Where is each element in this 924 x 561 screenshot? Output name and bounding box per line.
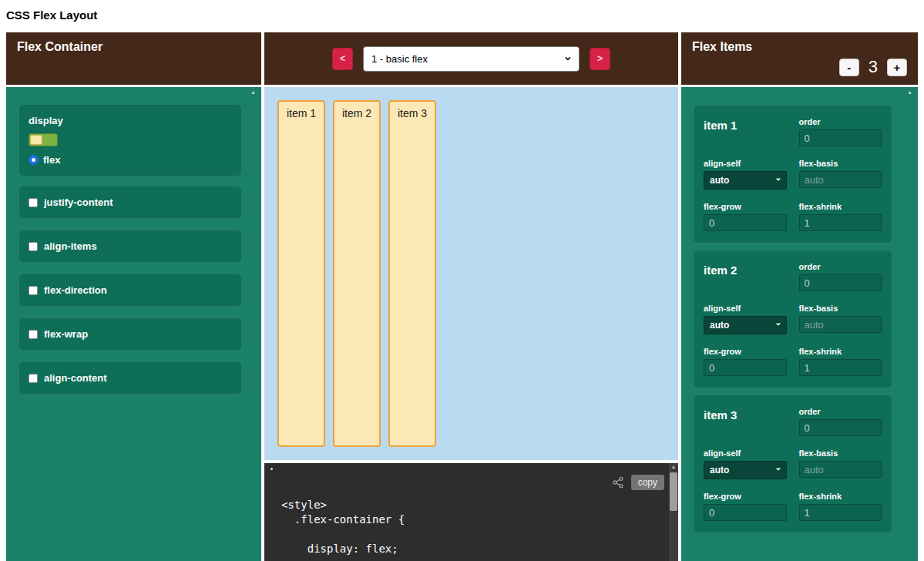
flex-items-panel: Flex Items - 3 + ▲ item 1 order bbox=[681, 32, 918, 561]
code-scrollbar[interactable]: ▲ bbox=[669, 463, 678, 561]
copy-button[interactable]: copy bbox=[631, 475, 664, 490]
align-self-label: align-self bbox=[704, 159, 787, 168]
order-field: order bbox=[799, 117, 882, 146]
display-toggle[interactable] bbox=[29, 133, 58, 146]
flex-shrink-label: flex-shrink bbox=[799, 202, 882, 211]
next-example-button[interactable]: > bbox=[590, 48, 610, 70]
align-self-select-wrap: auto ⌄ bbox=[704, 461, 787, 479]
flex-container-body: ▲ display flex justify-content bbox=[6, 87, 261, 561]
toggle-knob-icon bbox=[30, 135, 42, 145]
columns: Flex Container ▲ display flex justif bbox=[0, 32, 924, 561]
section-label: flex-wrap bbox=[44, 328, 88, 340]
flex-basis-input[interactable] bbox=[799, 171, 882, 188]
align-self-field: align-self auto ⌄ bbox=[704, 448, 787, 479]
flex-shrink-field: flex-shrink bbox=[799, 347, 882, 376]
item-card-3: item 3 order align-self auto ⌄ bbox=[693, 395, 892, 533]
scroll-up-icon[interactable]: ▲ bbox=[669, 464, 678, 469]
section-label: align-content bbox=[44, 372, 107, 384]
section-label: align-items bbox=[44, 240, 97, 252]
scroll-up-icon[interactable]: ▲ bbox=[907, 89, 912, 96]
flex-grow-input[interactable] bbox=[704, 214, 787, 231]
flex-grow-label: flex-grow bbox=[704, 202, 787, 211]
flex-grow-label: flex-grow bbox=[704, 492, 787, 501]
align-self-label: align-self bbox=[704, 304, 787, 313]
order-label: order bbox=[799, 262, 882, 271]
item-card-title: item 1 bbox=[704, 117, 787, 146]
example-chooser-header: < 1 - basic flex ⌄ > bbox=[264, 32, 678, 85]
align-content-checkbox[interactable] bbox=[29, 374, 38, 383]
align-self-select[interactable]: auto bbox=[704, 171, 787, 190]
align-self-field: align-self auto ⌄ bbox=[704, 159, 787, 190]
demo-item-3: item 3 bbox=[388, 100, 436, 447]
section-label: flex-direction bbox=[44, 284, 107, 296]
flex-items-body: ▲ item 1 order align-self auto bbox=[681, 87, 918, 561]
order-label: order bbox=[799, 407, 882, 416]
item-count: 3 bbox=[869, 57, 878, 77]
flex-basis-input[interactable] bbox=[799, 461, 882, 478]
align-self-select[interactable]: auto bbox=[704, 461, 787, 479]
code-line: .flex-container { bbox=[281, 512, 405, 527]
flex-direction-checkbox[interactable] bbox=[29, 286, 38, 295]
flex-basis-label: flex-basis bbox=[799, 304, 882, 313]
demo-item-2: item 2 bbox=[333, 100, 381, 447]
radio-checked-icon bbox=[29, 155, 39, 165]
section-align-items: align-items bbox=[18, 230, 242, 263]
section-justify-content: justify-content bbox=[18, 186, 242, 219]
page-title: CSS Flex Layout bbox=[0, 0, 924, 32]
flex-basis-label: flex-basis bbox=[799, 448, 882, 458]
align-self-select-wrap: auto ⌄ bbox=[704, 171, 787, 190]
radio-label: flex bbox=[43, 154, 60, 166]
align-self-label: align-self bbox=[704, 448, 787, 458]
display-flex-radio[interactable]: flex bbox=[29, 154, 232, 166]
flex-container-panel: Flex Container ▲ display flex justif bbox=[6, 32, 261, 561]
order-input[interactable] bbox=[799, 419, 882, 436]
example-select-wrap: 1 - basic flex ⌄ bbox=[363, 46, 580, 72]
flex-grow-input[interactable] bbox=[704, 359, 787, 376]
preview-panel: < 1 - basic flex ⌄ > item 1 item 2 item … bbox=[264, 32, 678, 561]
flex-container-header: Flex Container bbox=[6, 32, 261, 85]
flex-shrink-input[interactable] bbox=[799, 359, 882, 376]
scrollbar-thumb[interactable] bbox=[670, 472, 677, 511]
flex-demo-container: item 1 item 2 item 3 bbox=[264, 87, 678, 460]
flex-basis-label: flex-basis bbox=[799, 159, 882, 168]
flex-shrink-label: flex-shrink bbox=[799, 347, 882, 356]
add-item-button[interactable]: + bbox=[887, 59, 907, 76]
display-label: display bbox=[29, 115, 232, 126]
code-toolbar: copy bbox=[612, 475, 664, 490]
flex-basis-field: flex-basis bbox=[799, 448, 882, 479]
order-field: order bbox=[799, 262, 882, 291]
align-items-checkbox[interactable] bbox=[29, 242, 38, 251]
code-block: <style> .flex-container { display: flex; bbox=[281, 498, 405, 556]
flex-basis-input[interactable] bbox=[799, 316, 882, 333]
prev-example-button[interactable]: < bbox=[332, 48, 353, 70]
flex-grow-field: flex-grow bbox=[704, 202, 787, 231]
flex-shrink-input[interactable] bbox=[799, 504, 882, 521]
code-line bbox=[281, 527, 405, 542]
justify-content-checkbox[interactable] bbox=[29, 198, 38, 207]
item-card-1: item 1 order align-self auto ⌄ bbox=[693, 105, 892, 244]
flex-shrink-field: flex-shrink bbox=[799, 202, 882, 231]
demo-item-1: item 1 bbox=[277, 100, 325, 447]
remove-item-button[interactable]: - bbox=[839, 59, 859, 76]
align-self-select[interactable]: auto bbox=[704, 316, 787, 334]
flex-shrink-label: flex-shrink bbox=[799, 492, 882, 501]
order-label: order bbox=[799, 117, 882, 126]
flex-items-header: Flex Items - 3 + bbox=[681, 32, 918, 85]
flex-grow-field: flex-grow bbox=[704, 347, 787, 376]
example-select[interactable]: 1 - basic flex bbox=[363, 46, 580, 72]
flex-basis-field: flex-basis bbox=[799, 159, 882, 190]
order-input[interactable] bbox=[799, 274, 882, 291]
display-card: display flex bbox=[18, 104, 242, 176]
order-input[interactable] bbox=[799, 129, 882, 146]
share-icon[interactable] bbox=[612, 476, 624, 489]
item-card-title: item 2 bbox=[704, 262, 787, 291]
flex-wrap-checkbox[interactable] bbox=[29, 330, 38, 339]
section-align-content: align-content bbox=[18, 361, 242, 395]
flex-grow-label: flex-grow bbox=[704, 347, 787, 356]
item-card-title: item 3 bbox=[704, 407, 787, 436]
section-flex-direction: flex-direction bbox=[18, 274, 242, 307]
section-flex-wrap: flex-wrap bbox=[18, 317, 242, 351]
flex-grow-input[interactable] bbox=[704, 504, 787, 521]
flex-shrink-input[interactable] bbox=[799, 214, 882, 231]
scroll-up-icon[interactable]: ▲ bbox=[250, 89, 256, 96]
